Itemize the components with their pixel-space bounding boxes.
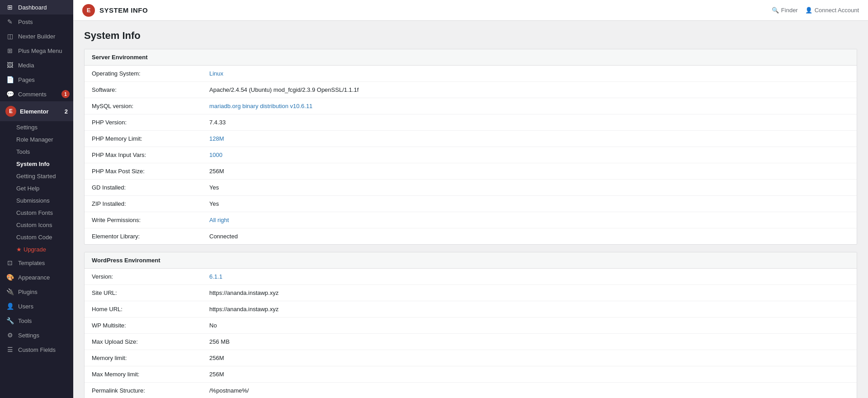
sidebar-item-posts[interactable]: ✎ Posts <box>0 14 73 29</box>
row-label: Home URL: <box>92 306 209 313</box>
connect-account-link[interactable]: 👤 Connect Account <box>805 7 859 14</box>
topbar: E SYSTEM INFO 🔍 Finder 👤 Connect Account <box>73 0 868 21</box>
sidebar-item-tools[interactable]: 🔧 Tools <box>0 313 73 328</box>
sidebar-item-dashboard[interactable]: ⊞ Dashboard <box>0 0 73 14</box>
system-info-title: System Info <box>84 30 857 42</box>
row-label: Software: <box>92 86 209 93</box>
row-value: 7.4.33 <box>209 119 226 126</box>
row-label: PHP Version: <box>92 119 209 126</box>
row-label: Permalink Structure: <box>92 387 209 394</box>
table-row: Software:Apache/2.4.54 (Ubuntu) mod_fcgi… <box>85 82 857 98</box>
appearance-icon: 🎨 <box>5 274 14 281</box>
row-value: Yes <box>209 184 219 191</box>
users-icon: 👤 <box>5 303 14 310</box>
row-label: Write Permissions: <box>92 217 209 223</box>
row-label: GD Installed: <box>92 184 209 191</box>
content-area: System Info Server Environment Operating… <box>73 21 868 398</box>
sidebar-sub-custom-icons[interactable]: Custom Icons <box>0 219 73 231</box>
sidebar-item-custom-fields[interactable]: ☰ Custom Fields <box>0 342 73 357</box>
templates-icon: ⊡ <box>5 259 14 266</box>
sidebar-item-users[interactable]: 👤 Users <box>0 299 73 313</box>
dashboard-icon: ⊞ <box>5 4 14 11</box>
row-label: WP Multisite: <box>92 322 209 329</box>
row-label: Site URL: <box>92 289 209 296</box>
sidebar-sub-upgrade[interactable]: ★ Upgrade <box>0 243 73 256</box>
sidebar: ⊞ Dashboard ✎ Posts ◫ Nexter Builder ⊞ P… <box>0 0 73 398</box>
row-label: PHP Memory Limit: <box>92 135 209 142</box>
sidebar-item-plugins[interactable]: 🔌 Plugins <box>0 284 73 299</box>
row-value: mariadb.org binary distribution v10.6.11 <box>209 103 312 109</box>
sidebar-sub-custom-code[interactable]: Custom Code <box>0 231 73 243</box>
sidebar-sub-tools[interactable]: Tools <box>0 146 73 158</box>
row-label: Operating System: <box>92 70 209 77</box>
row-value: 256M <box>209 371 224 378</box>
table-row: Max Upload Size:256 MB <box>85 334 857 350</box>
row-label: ZIP Installed: <box>92 200 209 207</box>
mega-menu-icon: ⊞ <box>5 47 14 54</box>
table-row: PHP Version:7.4.33 <box>85 114 857 131</box>
pages-icon: 📄 <box>5 76 14 83</box>
table-row: Max Memory limit:256M <box>85 366 857 383</box>
nexter-icon: ◫ <box>5 33 14 40</box>
star-icon: ★ <box>16 246 22 253</box>
row-label: Max Upload Size: <box>92 338 209 345</box>
table-row: ZIP Installed:Yes <box>85 196 857 212</box>
sidebar-item-elementor[interactable]: E Elementor 2 <box>0 101 73 121</box>
wordpress-environment-section: WordPress Environment Version:6.1.1Site … <box>84 252 857 398</box>
user-icon: 👤 <box>805 7 812 14</box>
sidebar-item-media[interactable]: 🖼 Media <box>0 58 73 72</box>
row-value: 1000 <box>209 152 222 158</box>
row-label: Max Memory limit: <box>92 371 209 378</box>
sidebar-sub-submissions[interactable]: Submissions <box>0 194 73 207</box>
sidebar-item-appearance[interactable]: 🎨 Appearance <box>0 270 73 284</box>
server-environment-section: Server Environment Operating System:Linu… <box>84 49 857 245</box>
table-row: PHP Max Input Vars:1000 <box>85 147 857 163</box>
comments-badge: 1 <box>61 90 70 98</box>
row-value: Connected <box>209 233 238 240</box>
finder-link[interactable]: 🔍 Finder <box>772 7 798 14</box>
row-label: PHP Max Input Vars: <box>92 152 209 158</box>
plugins-icon: 🔌 <box>5 288 14 295</box>
sidebar-sub-get-help[interactable]: Get Help <box>0 182 73 194</box>
row-value: 256 MB <box>209 338 230 345</box>
search-icon: 🔍 <box>772 7 779 14</box>
row-label: Version: <box>92 273 209 280</box>
server-section-header: Server Environment <box>85 49 857 66</box>
table-row: Site URL:https://ananda.instawp.xyz <box>85 285 857 301</box>
table-row: Elementor Library:Connected <box>85 228 857 244</box>
sidebar-sub-custom-fonts[interactable]: Custom Fonts <box>0 207 73 219</box>
table-row: Write Permissions:All right <box>85 212 857 228</box>
sidebar-sub-role-manager[interactable]: Role Manager <box>0 133 73 146</box>
table-row: MySQL version:mariadb.org binary distrib… <box>85 98 857 114</box>
sidebar-item-pages[interactable]: 📄 Pages <box>0 72 73 87</box>
sidebar-item-comments[interactable]: 💬 Comments 1 <box>0 87 73 101</box>
server-rows: Operating System:LinuxSoftware:Apache/2.… <box>85 66 857 244</box>
comments-icon: 💬 <box>5 90 14 98</box>
media-icon: 🖼 <box>5 62 14 69</box>
sidebar-item-nexter-builder[interactable]: ◫ Nexter Builder <box>0 29 73 43</box>
table-row: PHP Max Post Size:256M <box>85 163 857 180</box>
sidebar-sub-system-info[interactable]: System Info <box>0 158 73 170</box>
page-title: SYSTEM INFO <box>99 6 148 14</box>
row-value: https://ananda.instawp.xyz <box>209 289 278 296</box>
table-row: PHP Memory Limit:128M <box>85 131 857 147</box>
row-value: 6.1.1 <box>209 273 222 280</box>
row-label: Memory limit: <box>92 355 209 361</box>
wordpress-section-header: WordPress Environment <box>85 252 857 269</box>
sidebar-item-plus-mega-menu[interactable]: ⊞ Plus Mega Menu <box>0 43 73 58</box>
row-value: Yes <box>209 200 219 207</box>
elementor-badge: 2 <box>65 108 68 115</box>
row-value: https://ananda.instawp.xyz <box>209 306 278 313</box>
table-row: Memory limit:256M <box>85 350 857 366</box>
sidebar-item-settings[interactable]: ⚙ Settings <box>0 328 73 342</box>
row-label: Elementor Library: <box>92 233 209 240</box>
table-row: Version:6.1.1 <box>85 269 857 285</box>
row-value: All right <box>209 217 229 223</box>
sidebar-sub-settings[interactable]: Settings <box>0 121 73 133</box>
tools-icon: 🔧 <box>5 317 14 324</box>
sidebar-sub-getting-started[interactable]: Getting Started <box>0 170 73 182</box>
settings-icon: ⚙ <box>5 332 14 339</box>
row-value: 256M <box>209 168 224 175</box>
sidebar-item-templates[interactable]: ⊡ Templates <box>0 256 73 270</box>
row-label: PHP Max Post Size: <box>92 168 209 175</box>
